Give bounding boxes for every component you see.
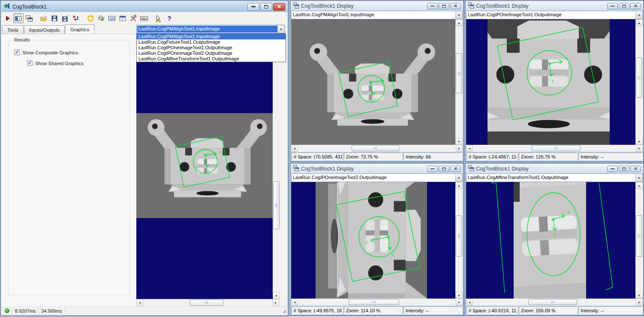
close-button[interactable]: ✕ xyxy=(450,3,461,9)
tab-tools[interactable]: Tools xyxy=(2,25,24,34)
vertical-scrollbar[interactable]: ▲ ▼ xyxy=(635,19,643,145)
combo-dropdown-arrow[interactable]: ▼ xyxy=(455,11,462,19)
scroll-left-icon[interactable]: ◄ xyxy=(291,299,298,305)
help-button[interactable]: ? xyxy=(164,13,175,23)
vertical-scrollbar[interactable]: ▲ ▼ xyxy=(455,182,463,299)
restore-button[interactable] xyxy=(439,166,449,172)
embedded-image-viewport[interactable]: x y ▲ ▼ xyxy=(136,33,280,299)
space-panel[interactable]: # Space: (-40.6216, 11.60▼ xyxy=(466,306,518,314)
scrollbar-thumb[interactable] xyxy=(528,299,577,305)
scroll-up-icon[interactable]: ▲ xyxy=(635,182,643,189)
electric-run-button[interactable] xyxy=(85,13,96,23)
restore-button[interactable] xyxy=(619,3,629,9)
scroll-right-icon[interactable]: ► xyxy=(456,299,463,305)
titlebar[interactable]: ? CogToolBlock1 Display ✕ xyxy=(291,164,463,173)
vertical-scrollbar[interactable]: ▲ ▼ xyxy=(635,182,643,299)
scroll-left-icon[interactable]: ◄ xyxy=(466,145,473,152)
tool-config-button[interactable] xyxy=(128,13,138,23)
show-shared-graphics-checkbox[interactable]: ✓ xyxy=(27,60,33,66)
record-combo[interactable]: LastRun.CogPMAlignTool1.InputImage ▼ xyxy=(136,25,285,33)
record-combo[interactable]: LastRun.CogPMAlignTool1.InputImage ▼ xyxy=(291,11,463,19)
record-combo[interactable]: LastRun.CogIPOneImageTool2.OutputImage ▼ xyxy=(291,173,463,182)
droplist-item[interactable]: LastRun.CogAffineTransformTool1.OutputIm… xyxy=(137,56,286,62)
scroll-right-icon[interactable]: ► xyxy=(272,299,279,306)
horizontal-scrollbar[interactable]: ◄ ► xyxy=(291,299,463,305)
space-panel[interactable]: # Space: (70.5085, 431▼ xyxy=(292,153,343,160)
scroll-right-icon[interactable]: ► xyxy=(456,145,463,152)
restore-button[interactable] xyxy=(439,3,449,9)
vision-image-pmalign-input[interactable]: x y xyxy=(291,19,455,145)
embedded-horizontal-scrollbar[interactable]: ◄ ► xyxy=(136,299,279,306)
vision-image-ipone2-output[interactable]: y x xyxy=(291,182,455,299)
titlebar[interactable]: CogToolBlock1 ✕ xyxy=(1,1,287,12)
horizontal-scrollbar[interactable]: ◄ ► xyxy=(466,299,643,305)
numeric-results-button[interactable]: 123 xyxy=(107,13,117,23)
scroll-up-icon[interactable]: ▲ xyxy=(455,182,463,189)
space-panel[interactable]: # Space: (-24.4567, 114.3▼ xyxy=(466,153,518,160)
minimize-button[interactable] xyxy=(427,166,438,172)
image-viewport[interactable]: x y ▲ ▼ xyxy=(291,19,463,145)
show-block-editor-button[interactable]: ? xyxy=(13,13,24,23)
minimize-button[interactable] xyxy=(607,3,618,9)
save-as-button[interactable] xyxy=(60,13,70,23)
maximize-button[interactable] xyxy=(260,3,272,11)
reset-button[interactable] xyxy=(71,13,81,23)
minimize-button[interactable] xyxy=(247,3,259,11)
image-viewport[interactable]: x y ▲ ▼ xyxy=(466,19,643,145)
scrollbar-thumb[interactable] xyxy=(273,181,280,229)
results-available-button[interactable] xyxy=(96,13,106,23)
scroll-right-icon[interactable]: ► xyxy=(636,145,643,152)
image-viewport[interactable]: x y ▲ ▼ xyxy=(466,182,643,299)
embedded-vertical-scrollbar[interactable]: ▲ ▼ xyxy=(273,33,280,299)
close-button[interactable]: ✕ xyxy=(273,3,285,11)
scrollbar-thumb[interactable] xyxy=(636,57,642,98)
scrollbar-thumb[interactable] xyxy=(636,215,642,257)
show-floating-display-button[interactable]: ? xyxy=(24,13,34,23)
close-button[interactable]: ✕ xyxy=(630,166,641,172)
scroll-down-icon[interactable]: ▼ xyxy=(455,138,463,145)
scroll-up-icon[interactable]: ▲ xyxy=(635,19,643,26)
titlebar[interactable]: ? CogToolBlock1 Display ✕ xyxy=(466,1,643,11)
image-viewport[interactable]: y x ▲ ▼ xyxy=(291,182,463,299)
scroll-down-icon[interactable]: ▼ xyxy=(455,292,463,299)
show-composite-graphics-checkbox[interactable]: ✓ xyxy=(14,50,20,55)
combo-dropdown-arrow[interactable]: ▼ xyxy=(277,25,284,33)
combo-dropdown-arrow[interactable]: ▼ xyxy=(455,174,462,182)
droplist-item[interactable]: LastRun.CogIPOneImageTool2.OutputImage xyxy=(137,51,286,56)
titlebar[interactable]: ? CogToolBlock1 Display ✕ xyxy=(291,1,463,11)
save-button[interactable] xyxy=(49,13,60,23)
vision-image-affine-output[interactable]: x y xyxy=(466,182,635,299)
titlebar[interactable]: ? CogToolBlock1 Display ✕ xyxy=(466,164,643,173)
droplist-item[interactable]: LastRun.CogPMAlignTool1.InputImage xyxy=(137,34,286,39)
debug-button[interactable]: DBG xyxy=(139,13,149,23)
droplist-item[interactable]: LastRun.CogIPOneImageTool1.OutputImage xyxy=(137,45,286,51)
restore-button[interactable] xyxy=(619,166,629,172)
space-panel[interactable]: # Space: (-49.9575, 18▼ xyxy=(292,306,343,314)
scrollbar-thumb[interactable] xyxy=(532,145,581,151)
scrollbar-thumb[interactable] xyxy=(352,145,399,151)
scroll-up-icon[interactable]: ▲ xyxy=(455,19,463,26)
close-button[interactable]: ✕ xyxy=(630,3,641,9)
scroll-left-icon[interactable]: ◄ xyxy=(291,145,298,152)
horizontal-scrollbar[interactable]: ◄ ► xyxy=(291,145,463,152)
scrollbar-thumb[interactable] xyxy=(456,53,462,93)
record-combo[interactable]: LastRun.CogAffineTransformTool1.OutputIm… xyxy=(466,173,643,182)
pointer-tool-button[interactable] xyxy=(153,13,164,23)
scroll-down-icon[interactable]: ▼ xyxy=(635,138,643,145)
scrollbar-thumb[interactable] xyxy=(349,299,399,305)
scroll-down-icon[interactable]: ▼ xyxy=(273,292,280,299)
record-combo[interactable]: LastRun.CogIPOneImageTool1.OutputImage ▼ xyxy=(466,11,643,19)
tab-graphics[interactable]: Graphics xyxy=(65,24,94,34)
scrollbar-thumb[interactable] xyxy=(456,215,462,257)
scroll-left-icon[interactable]: ◄ xyxy=(136,299,143,306)
tab-inputs-outputs[interactable]: Inputs/Outputs xyxy=(24,25,65,34)
run-button[interactable] xyxy=(3,13,13,23)
combo-dropdown-arrow[interactable]: ▼ xyxy=(635,174,642,182)
open-file-button[interactable] xyxy=(39,13,49,23)
scroll-left-icon[interactable]: ◄ xyxy=(466,299,473,305)
scroll-right-icon[interactable]: ► xyxy=(636,299,643,305)
close-button[interactable]: ✕ xyxy=(450,166,461,172)
combo-dropdown-arrow[interactable]: ▼ xyxy=(635,11,642,19)
vertical-scrollbar[interactable]: ▲ ▼ xyxy=(455,19,463,145)
vision-image-pmalign-embedded[interactable]: x y xyxy=(136,33,280,299)
